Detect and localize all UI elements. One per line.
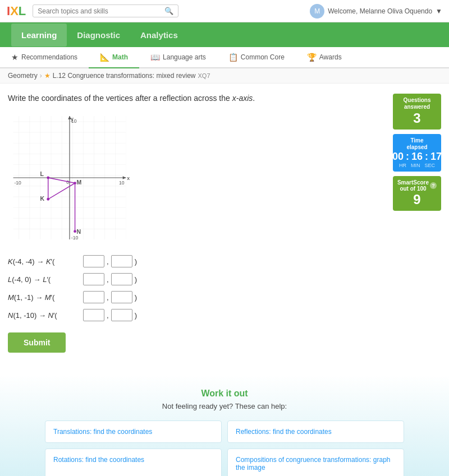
common-core-icon: 📋 (228, 53, 238, 62)
dropdown-arrow[interactable]: ▼ (436, 7, 442, 15)
answer-row-k: K(-4, -4) → K′( , ) (8, 255, 384, 267)
svg-text:N: N (76, 228, 81, 235)
work-card-0[interactable]: Translations: find the coordinates (45, 420, 222, 443)
recommendations-icon: ★ (11, 53, 19, 62)
work-title: Work it out (11, 389, 438, 399)
n-prime-x-input[interactable] (83, 309, 104, 321)
favorite-icon: ★ (44, 72, 51, 80)
svg-point-19 (74, 182, 76, 184)
time-elapsed-card: Timeelapsed 00 : 16 : 17 HR MIN SEC (393, 134, 441, 172)
breadcrumb-parent[interactable]: Geometry (8, 72, 38, 80)
point-k-label: K(-4, -4) → K′( (8, 257, 81, 266)
sub-nav: ★ Recommendations 📐 Math 📖 Language arts… (0, 47, 449, 68)
questions-answered-value: 3 (395, 110, 439, 126)
axis-label: x-axis (232, 94, 253, 103)
svg-text:K: K (40, 195, 44, 202)
subnav-language-arts-label: Language arts (163, 53, 206, 61)
subnav-awards[interactable]: 🏆 Awards (296, 47, 353, 68)
svg-text:x: x (127, 175, 130, 181)
avatar: M (310, 4, 324, 19)
breadcrumb: Geometry › ★ L.12 Congruence transformat… (0, 68, 449, 84)
subnav-math-label: Math (112, 53, 128, 61)
graph-container: x y 0 -10 10 10 -10 (8, 110, 384, 245)
subnav-math[interactable]: 📐 Math (89, 47, 139, 68)
questions-answered-card: Questionsanswered 3 (393, 94, 441, 130)
questions-answered-label: Questionsanswered (395, 97, 439, 110)
svg-text:10: 10 (71, 118, 77, 124)
nav-item-learning[interactable]: Learning (11, 24, 67, 47)
timer-display: 00 : 16 : 17 (395, 151, 439, 163)
math-icon: 📐 (100, 53, 109, 62)
work-card-2[interactable]: Rotations: find the coordinates (45, 449, 222, 476)
submit-button[interactable]: Submit (8, 332, 66, 353)
svg-text:L: L (40, 170, 44, 177)
user-greeting: Welcome, Melanne Oliva Oquendo (328, 7, 432, 15)
subnav-recommendations[interactable]: ★ Recommendations (0, 47, 89, 68)
svg-text:10: 10 (119, 180, 125, 186)
subnav-recommendations-label: Recommendations (21, 53, 77, 61)
svg-point-17 (47, 177, 49, 179)
subnav-awards-label: Awards (319, 53, 342, 61)
svg-point-18 (47, 198, 49, 201)
work-card-3[interactable]: Compositions of congruence transformatio… (227, 449, 404, 476)
min-label: MIN (411, 163, 420, 168)
language-arts-icon: 📖 (150, 53, 160, 62)
smartscore-value: 9 (395, 192, 439, 207)
work-grid: Translations: find the coordinates Refle… (45, 420, 404, 476)
logo: IXL (7, 4, 26, 19)
search-icon: 🔍 (164, 7, 173, 15)
timer-labels: HR MIN SEC (395, 163, 439, 168)
point-l-label: L(-4, 0) → L′( (8, 275, 81, 284)
subnav-language-arts[interactable]: 📖 Language arts (139, 47, 217, 68)
n-prime-y-input[interactable] (111, 309, 132, 321)
smartscore-card: SmartScoreout of 100 ? 9 (393, 176, 441, 211)
breadcrumb-lesson: L.12 Congruence transformations: mixed r… (53, 72, 196, 80)
search-input[interactable] (38, 7, 162, 15)
subnav-common-core-label: Common Core (241, 53, 285, 61)
answer-row-n: N(1, -10) → N′( , ) (8, 309, 384, 321)
user-info: M Welcome, Melanne Oliva Oquendo ▼ (310, 4, 442, 19)
nav-bar: Learning Diagnostic Analytics (0, 22, 449, 47)
sidebar: Questionsanswered 3 Timeelapsed 00 : 16 … (393, 94, 441, 365)
main-area: Write the coordinates of the vertices af… (0, 84, 449, 375)
work-card-1[interactable]: Reflections: find the coordinates (227, 420, 404, 443)
svg-text:-10: -10 (14, 180, 21, 186)
nav-item-analytics[interactable]: Analytics (130, 24, 188, 47)
answer-row-l: L(-4, 0) → L′( , ) (8, 273, 384, 285)
work-section: Work it out Not feeling ready yet? These… (0, 375, 449, 476)
info-icon[interactable]: ? (430, 182, 437, 189)
answer-row-m: M(1, -1) → M′( , ) (8, 291, 384, 303)
logo-text: IXL (7, 4, 26, 19)
svg-text:-10: -10 (71, 235, 79, 241)
work-subtitle: Not feeling ready yet? These can help: (11, 402, 438, 410)
svg-text:M: M (76, 179, 81, 186)
hr-label: HR (399, 163, 406, 168)
time-elapsed-label: Timeelapsed (395, 137, 439, 151)
timer-sec: 17 (430, 151, 442, 163)
point-m-label: M(1, -1) → M′( (8, 293, 81, 302)
point-n-label: N(1, -10) → N′( (8, 311, 81, 320)
smartscore-label: SmartScoreout of 100 ? (395, 179, 439, 192)
awards-icon: 🏆 (307, 53, 317, 62)
coordinate-graph: x y 0 -10 10 10 -10 (8, 110, 131, 245)
svg-point-20 (74, 230, 76, 233)
timer-hr: 00 (392, 151, 404, 163)
l-prime-y-input[interactable] (111, 273, 132, 285)
sec-label: SEC (424, 163, 435, 168)
k-prime-y-input[interactable] (111, 255, 132, 267)
top-bar: IXL 🔍 M Welcome, Melanne Oliva Oquendo ▼ (0, 0, 449, 22)
l-prime-x-input[interactable] (83, 273, 104, 285)
m-prime-x-input[interactable] (83, 291, 104, 303)
svg-text:0: 0 (66, 179, 69, 185)
nav-item-diagnostic[interactable]: Diagnostic (67, 24, 130, 47)
search-bar[interactable]: 🔍 (33, 4, 178, 17)
question-text: Write the coordinates of the vertices af… (8, 94, 384, 103)
k-prime-x-input[interactable] (83, 255, 104, 267)
breadcrumb-code: XQ7 (198, 72, 210, 79)
m-prime-y-input[interactable] (111, 291, 132, 303)
answers-section: K(-4, -4) → K′( , ) L(-4, 0) → L′( , ) M… (8, 255, 384, 321)
subnav-common-core[interactable]: 📋 Common Core (217, 47, 296, 68)
content-area: Write the coordinates of the vertices af… (8, 94, 384, 365)
timer-min: 16 (411, 151, 423, 163)
